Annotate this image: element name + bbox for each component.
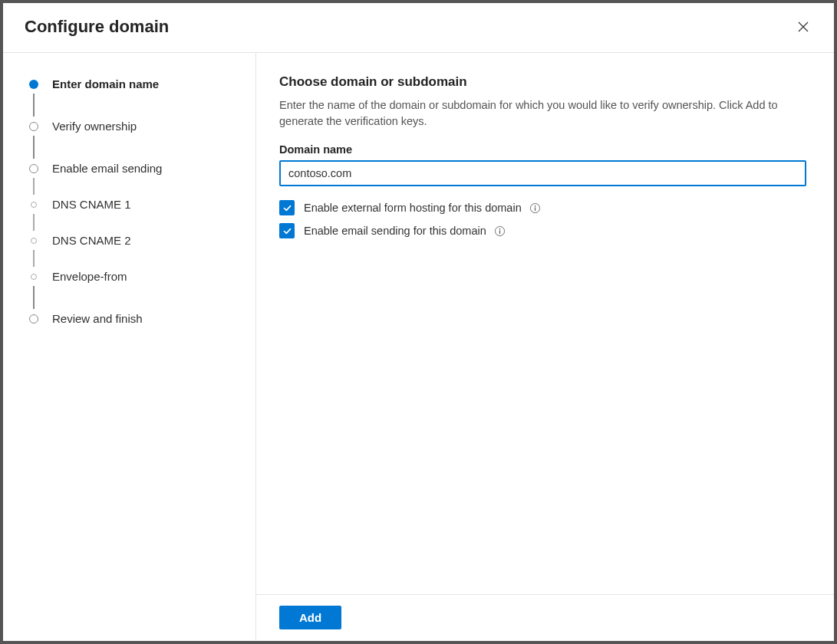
step-review-and-finish[interactable]: Review and finish [28,309,240,328]
add-button[interactable]: Add [279,606,341,629]
step-connector [33,94,35,117]
step-marker-icon [28,120,40,133]
section-heading: Choose domain or subdomain [279,74,806,90]
step-dns-cname-1[interactable]: DNS CNAME 1 [28,195,240,214]
step-marker-icon [28,199,40,211]
checkbox-row-email-sending: Enable email sending for this domain [279,223,806,238]
dialog-footer: Add [256,594,834,640]
step-enter-domain-name[interactable]: Enter domain name [28,74,240,94]
close-button[interactable] [794,18,812,36]
checkbox-label: Enable external form hosting for this do… [304,202,522,214]
step-marker-icon [28,78,40,90]
svg-point-4 [499,228,501,229]
main-panel: Choose domain or subdomain Enter the nam… [256,53,834,640]
info-icon-form-hosting[interactable] [529,202,542,214]
step-envelope-from[interactable]: Envelope-from [28,267,240,286]
step-marker-icon [28,271,40,283]
wizard-steps-sidebar: Enter domain name Verify ownership Enabl… [3,53,256,640]
step-verify-ownership[interactable]: Verify ownership [28,117,240,136]
checkmark-icon [282,226,292,236]
step-marker-icon [28,235,40,247]
close-icon [796,20,810,34]
step-enable-email-sending[interactable]: Enable email sending [28,159,240,178]
info-icon [529,202,541,214]
step-connector [33,178,35,195]
svg-rect-5 [499,230,500,234]
step-marker-icon [28,313,40,325]
checkbox-enable-form-hosting[interactable] [279,200,295,215]
checkbox-label: Enable email sending for this domain [304,225,486,237]
step-label: Enable email sending [52,159,162,178]
dialog-title: Configure domain [25,17,169,37]
svg-point-1 [535,205,536,206]
step-connector [33,286,35,309]
checkbox-enable-email-sending[interactable] [279,223,295,238]
info-icon [494,225,506,237]
info-icon-email-sending[interactable] [494,225,506,237]
domain-name-label: Domain name [279,143,806,156]
step-connector [33,136,35,159]
step-marker-icon [28,163,40,175]
step-label: Review and finish [52,309,143,328]
checkmark-icon [282,203,292,213]
dialog-body: Enter domain name Verify ownership Enabl… [3,53,834,640]
section-description: Enter the name of the domain or subdomai… [279,97,806,130]
step-connector [33,214,35,231]
step-label: Enter domain name [52,74,159,94]
step-label: DNS CNAME 1 [52,195,131,214]
checkbox-row-form-hosting: Enable external form hosting for this do… [279,200,806,215]
step-dns-cname-2[interactable]: DNS CNAME 2 [28,231,240,250]
step-connector [33,250,35,267]
dialog-header: Configure domain [3,3,834,53]
content-area: Choose domain or subdomain Enter the nam… [256,53,834,594]
step-label: Envelope-from [52,267,127,286]
svg-rect-2 [535,207,535,211]
step-label: DNS CNAME 2 [52,231,131,250]
domain-name-input[interactable] [279,160,806,186]
step-label: Verify ownership [52,117,137,136]
